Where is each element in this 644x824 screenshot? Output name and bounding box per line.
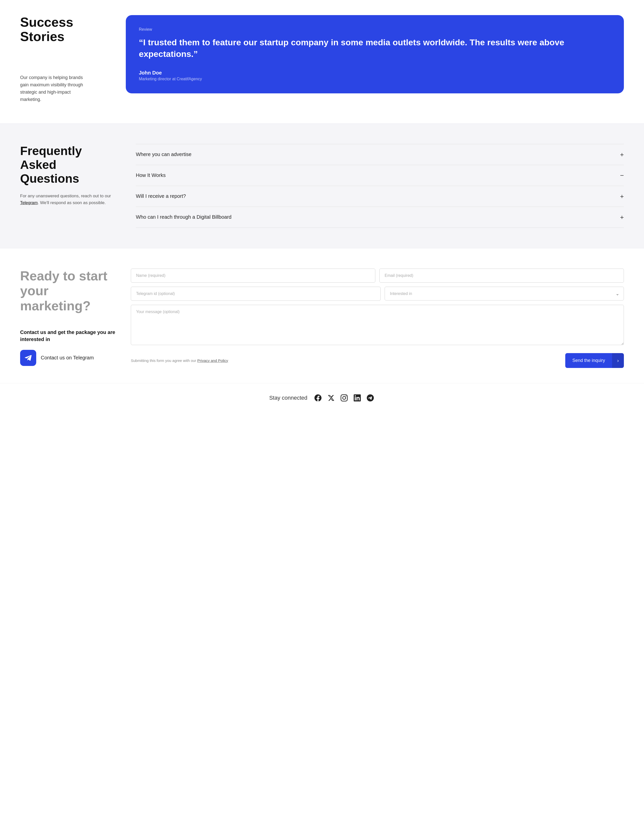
name-input[interactable] (131, 269, 375, 283)
form-footer: Submitting this form you agree with our … (131, 353, 624, 368)
faq-title: Frequently Asked Questions (20, 144, 116, 186)
contact-title: Ready to start your marketing? (20, 269, 116, 314)
message-textarea[interactable] (131, 305, 624, 345)
privacy-policy-link[interactable]: Privacy and Policy (197, 358, 228, 363)
interested-in-select-wrap: Interested in Social Media Marketing Dig… (385, 287, 624, 301)
review-card: Review “I trusted them to feature our st… (126, 15, 624, 93)
submit-arrow-icon: › (612, 353, 624, 368)
stay-connected-label: Stay connected (269, 395, 307, 401)
faq-icon-minus-2: − (620, 172, 624, 179)
telegram-social-icon[interactable] (366, 394, 375, 403)
social-links: Stay connected (20, 394, 624, 403)
faq-icon-plus-3: + (620, 193, 624, 200)
telegram-icon-box (20, 350, 36, 366)
success-stories-section: Success Stories Our company is helping b… (0, 0, 644, 123)
faq-question-3: Will I receive a report? (136, 193, 186, 199)
form-row-1 (131, 269, 624, 283)
contact-left-column: Ready to start your marketing? Contact u… (20, 269, 116, 366)
x-twitter-icon[interactable] (327, 394, 336, 403)
review-author-name: John Doe (139, 70, 611, 76)
telegram-icon (24, 354, 33, 363)
success-left-column: Success Stories Our company is helping b… (20, 15, 111, 103)
review-label: Review (139, 27, 611, 32)
facebook-icon[interactable] (313, 394, 322, 403)
faq-icon-plus-4: + (620, 214, 624, 220)
telegram-contact-button[interactable]: Contact us on Telegram (20, 350, 116, 366)
faq-question-4: Who can I reach through a Digital Billbo… (136, 214, 232, 220)
faq-section: Frequently Asked Questions For any unans… (0, 124, 644, 248)
telegram-id-input[interactable] (131, 287, 380, 301)
submit-button[interactable]: Send the inquiry › (565, 353, 624, 368)
faq-icon-plus-1: + (620, 151, 624, 158)
contact-form: Interested in Social Media Marketing Dig… (131, 269, 624, 368)
faq-items-list: Where you can advertise + How It Works −… (136, 144, 624, 228)
footer: Stay connected (0, 383, 644, 418)
form-privacy-text: Submitting this form you agree with our … (131, 358, 228, 363)
faq-item-2[interactable]: How It Works − (136, 165, 624, 186)
faq-item-4[interactable]: Who can I reach through a Digital Billbo… (136, 207, 624, 228)
linkedin-icon[interactable] (353, 394, 362, 403)
faq-desc-text: For any unanswered questions, reach out … (20, 194, 111, 198)
contact-section: Ready to start your marketing? Contact u… (0, 248, 644, 383)
faq-item-1[interactable]: Where you can advertise + (136, 144, 624, 165)
success-title: Success Stories (20, 15, 111, 44)
submit-button-label: Send the inquiry (565, 354, 612, 368)
faq-telegram-link[interactable]: Telegram (20, 200, 38, 205)
success-description: Our company is helping brands gain maxim… (20, 74, 90, 103)
instagram-icon[interactable] (340, 394, 349, 403)
faq-item-3[interactable]: Will I receive a report? + (136, 186, 624, 207)
interested-in-select[interactable]: Interested in Social Media Marketing Dig… (385, 287, 624, 300)
form-row-2: Interested in Social Media Marketing Dig… (131, 287, 624, 301)
faq-question-2: How It Works (136, 172, 166, 178)
review-quote: “I trusted them to feature our startup c… (139, 37, 611, 60)
faq-description: For any unanswered questions, reach out … (20, 192, 116, 206)
faq-question-1: Where you can advertise (136, 152, 192, 157)
review-author-role: Marketing director at CreatifAgency (139, 77, 611, 81)
contact-bottom-text: Contact us and get the package you are i… (20, 329, 116, 343)
email-input[interactable] (379, 269, 624, 283)
faq-left-column: Frequently Asked Questions For any unans… (20, 144, 116, 206)
telegram-contact-label: Contact us on Telegram (41, 355, 94, 361)
